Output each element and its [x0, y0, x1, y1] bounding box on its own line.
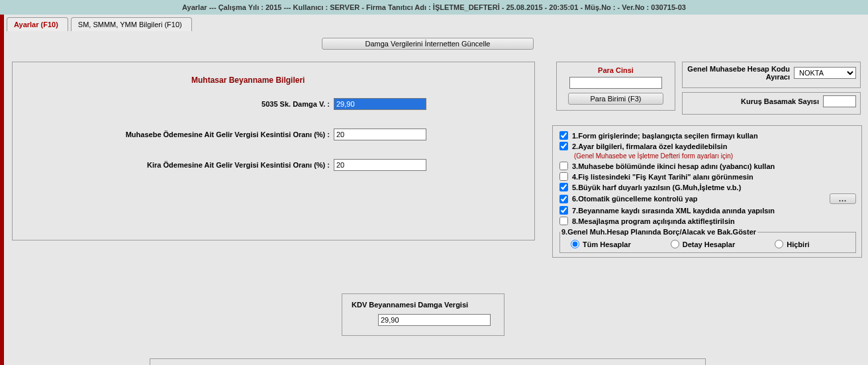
muhtasar-fieldset: Muhtasar Beyanname Bilgileri 5035 Sk. Da… — [12, 62, 535, 240]
opt9-legend: 9.Genel Muh.Hesap Planında Borç/Alacak v… — [560, 228, 757, 236]
content-area: Damga Vergilerini İnternetten Güncelle M… — [0, 31, 868, 43]
update-stamp-taxes-button[interactable]: Damga Vergilerini İnternetten Güncelle — [322, 38, 534, 50]
note-opt2: (Genel Muhasebe ve İşletme Defteri form … — [574, 152, 856, 160]
window-title-bar: Ayarlar --- Çalışma Yılı : 2015 --- Kull… — [0, 0, 868, 15]
label-5035-damga: 5035 Sk. Damga V. : — [13, 100, 334, 108]
label-opt1: 1.Form girişlerinde; başlangıçta seçilen… — [572, 132, 758, 140]
muhtasar-title: Muhtasar Beyanname Bilgileri — [191, 76, 305, 85]
label-opt7: 7.Beyanname kaydı sırasında XML kaydıda … — [572, 207, 775, 215]
label-opt3: 3.Muhasebe bölümünde ikinci hesap adını … — [572, 162, 775, 170]
kdv-damga-input[interactable] — [378, 314, 491, 326]
radio-hicbiri[interactable] — [775, 240, 783, 248]
radio-detay-hesaplar-text: Detay Hesaplar — [683, 240, 736, 248]
opt9-fieldset: 9.Genel Muh.Hesap Planında Borç/Alacak v… — [559, 228, 856, 253]
checkbox-opt4[interactable] — [559, 172, 568, 181]
checkbox-opt6[interactable] — [559, 195, 568, 203]
radio-tum-hesaplar-text: Tüm Hesaplar — [583, 240, 631, 248]
checkbox-opt1[interactable] — [559, 131, 568, 140]
label-hesap-kodu-ayiraci: Genel Muhasebe Hesap Kodu Ayıracı — [687, 65, 794, 81]
opt6-more-button[interactable]: ... — [830, 193, 856, 204]
checkbox-opt7[interactable] — [559, 206, 568, 215]
tab-ayarlar[interactable]: Ayarlar (F10) — [7, 17, 68, 31]
input-kurus-basamak[interactable] — [823, 95, 856, 107]
checkbox-opt3[interactable] — [559, 162, 568, 170]
label-opt6: 6.Otomatik güncelleme kontrolü yap — [572, 195, 698, 203]
checkbox-opt5[interactable] — [559, 183, 568, 191]
update-stamp-taxes-wrap: Damga Vergilerini İnternetten Güncelle — [322, 38, 534, 50]
label-opt5: 5.Büyük harf duyarlı yazılsın (G.Muh,İşl… — [572, 183, 741, 191]
options-fieldset: 1.Form girişlerinde; başlangıçta seçilen… — [552, 125, 862, 258]
para-cinsi-box: Para Cinsi Para Birimi (F3) — [556, 62, 675, 111]
label-opt2: 2.Ayar bilgileri, firmalara özel kaydedi… — [572, 142, 727, 150]
select-hesap-kodu-ayiraci[interactable]: NOKTA — [794, 67, 856, 79]
radio-detay-hesaplar-label[interactable]: Detay Hesaplar — [671, 240, 736, 248]
input-5035-damga[interactable] — [334, 98, 426, 110]
label-opt4: 4.Fiş listesindeki "Fiş Kayıt Tarihi" al… — [572, 173, 753, 181]
gecici-fieldset: Geçici Vergi Bey. Ait Damga Vergisi : Ge… — [150, 358, 706, 365]
left-red-bar — [0, 15, 4, 365]
kdv-fieldset: KDV Beyannamesi Damga Vergisi — [342, 293, 505, 336]
radio-tum-hesaplar-label[interactable]: Tüm Hesaplar — [571, 240, 631, 248]
label-kira-gelir-vergi: Kira Ödemesine Ait Gelir Vergisi Kesinti… — [13, 161, 334, 169]
label-muhasebe-gelir-vergi: Muhasebe Ödemesine Ait Gelir Vergisi Kes… — [13, 130, 334, 138]
right-settings-box: Genel Muhasebe Hesap Kodu Ayıracı NOKTA … — [682, 62, 861, 115]
para-cinsi-input[interactable] — [569, 77, 662, 89]
kdv-title: KDV Beyannamesi Damga Vergisi — [352, 301, 495, 309]
radio-tum-hesaplar[interactable] — [571, 240, 579, 248]
tab-sm-smmm-ymm[interactable]: SM, SMMM, YMM Bilgileri (F10) — [71, 17, 192, 31]
label-kurus-basamak: Kuruş Basamak Sayısı — [687, 97, 823, 105]
label-opt8: 8.Mesajlaşma program açılışında aktifleş… — [572, 217, 735, 225]
input-muhasebe-gelir-vergi[interactable] — [334, 129, 426, 140]
tab-strip: Ayarlar (F10) SM, SMMM, YMM Bilgileri (F… — [0, 15, 868, 31]
para-cinsi-title: Para Cinsi — [563, 66, 668, 74]
checkbox-opt8[interactable] — [559, 217, 568, 225]
radio-detay-hesaplar[interactable] — [671, 240, 679, 248]
input-kira-gelir-vergi[interactable] — [334, 159, 426, 171]
radio-hicbiri-label[interactable]: Hiçbiri — [775, 240, 809, 248]
checkbox-opt2[interactable] — [559, 142, 568, 150]
radio-hicbiri-text: Hiçbiri — [787, 240, 809, 248]
para-birimi-button[interactable]: Para Birimi (F3) — [568, 93, 663, 105]
